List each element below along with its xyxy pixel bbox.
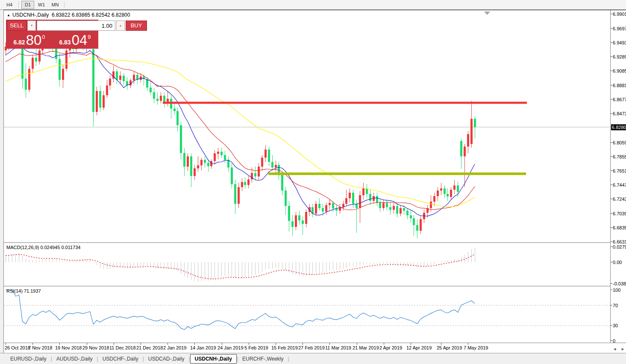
buy-price-pip-digit: 9 bbox=[88, 34, 91, 40]
scroll-right-icon[interactable]: ► bbox=[621, 347, 625, 351]
chart-ohlc-values: 6.83822 6.83865 6.82542 6.82800 bbox=[52, 12, 130, 18]
date-tick bbox=[6, 343, 6, 345]
axis-tick bbox=[611, 99, 612, 100]
axis-tick bbox=[611, 213, 612, 214]
price-axis-label: 6.84730 bbox=[613, 111, 626, 116]
date-tick bbox=[194, 343, 195, 345]
date-tick bbox=[32, 343, 33, 345]
axis-tick bbox=[611, 290, 612, 290]
current-price-tag: 6.82800 bbox=[611, 124, 626, 130]
date-tick bbox=[249, 343, 249, 345]
buy-price-big-digits: 04 bbox=[72, 33, 88, 47]
date-label: 5 Feb 2019 bbox=[244, 345, 268, 350]
date-tick bbox=[141, 343, 141, 345]
price-axis-label: 6.99010 bbox=[613, 12, 626, 17]
price-axis-label: 6.90850 bbox=[613, 68, 626, 73]
axis-tick bbox=[611, 70, 612, 71]
axis-tick bbox=[611, 28, 612, 29]
macd-axis-label: 0.027984 bbox=[613, 244, 626, 250]
timeframe-toolbar: H4D1W1MN bbox=[0, 0, 626, 10]
time-axis[interactable]: ◄ ► 26 Oct 20187 Nov 201819 Nov 201829 N… bbox=[4, 343, 626, 353]
macd-label: MACD(12,26,9) 0.024945 0.011734 bbox=[6, 245, 80, 250]
buy-button[interactable]: BUY bbox=[126, 21, 147, 31]
rsi-chart-svg[interactable] bbox=[4, 288, 610, 343]
buy-price-prefix: 6.83 bbox=[59, 39, 71, 46]
date-label: 7 Nov 2018 bbox=[28, 345, 52, 350]
date-tick bbox=[411, 343, 411, 345]
date-label: 14 Jan 2019 bbox=[190, 345, 216, 350]
macd-indicator-pane[interactable]: MACD(12,26,9) 0.024945 0.011734 bbox=[4, 244, 610, 286]
date-tick bbox=[276, 343, 276, 345]
date-tick bbox=[87, 343, 87, 345]
date-label: 21 Dec 2018 bbox=[136, 345, 163, 350]
chart-tab-usdcad-daily[interactable]: USDCAD-,Daily bbox=[144, 355, 189, 363]
scroll-left-icon[interactable]: ◄ bbox=[613, 347, 617, 351]
price-axis[interactable]: 6.990106.969706.949306.928906.908506.888… bbox=[610, 10, 626, 343]
price-axis-label: 6.70390 bbox=[613, 211, 626, 216]
collapse-icon[interactable]: ▲ bbox=[7, 13, 10, 17]
date-label: 24 Jan 2019 bbox=[217, 345, 244, 350]
buy-quote-button[interactable]: 6.83 04 9 bbox=[53, 32, 97, 48]
toolbar-separator bbox=[64, 1, 65, 8]
date-label: 25 Apr 2019 bbox=[437, 345, 462, 350]
main-chart-pane[interactable]: ▲USDCNH-,Daily 6.83822 6.83865 6.82542 6… bbox=[4, 10, 610, 242]
sell-quote-button[interactable]: 6.82 80 0 bbox=[7, 32, 52, 48]
price-axis-label: 6.80590 bbox=[613, 140, 626, 145]
macd-axis-label: 0.00 bbox=[613, 260, 622, 265]
axis-tick bbox=[611, 262, 612, 262]
date-label: 11 Dec 2018 bbox=[109, 345, 136, 350]
date-tick bbox=[303, 343, 303, 345]
price-axis-label: 6.66310 bbox=[613, 239, 626, 244]
timeframe-button-mn[interactable]: MN bbox=[49, 1, 62, 9]
date-label: 2 Apr 2019 bbox=[379, 345, 402, 350]
timeframe-button-d1[interactable]: D1 bbox=[21, 1, 34, 9]
macd-chart-svg[interactable] bbox=[4, 244, 610, 286]
axis-tick bbox=[611, 185, 612, 185]
sell-price-pip-digit: 0 bbox=[42, 34, 45, 40]
price-axis-label: 6.92890 bbox=[613, 54, 626, 59]
volume-increase-button[interactable]: ▲ bbox=[116, 21, 125, 31]
date-label: 26 Oct 2018 bbox=[5, 345, 30, 350]
price-axis-label: 6.78550 bbox=[613, 154, 626, 159]
price-axis-label: 6.96970 bbox=[613, 26, 626, 31]
date-tick bbox=[59, 343, 60, 345]
date-tick bbox=[468, 343, 468, 345]
axis-tick bbox=[611, 170, 612, 171]
chart-tab-audusd-daily[interactable]: AUDUSD-,Daily bbox=[52, 355, 97, 363]
toolbar-separator bbox=[18, 1, 19, 8]
chart-tab-usdcnh-daily[interactable]: USDCNH-,Daily bbox=[190, 354, 237, 364]
axis-tick bbox=[611, 247, 612, 247]
chart-tab-eurchf-weekly[interactable]: EURCHF-,Weekly bbox=[238, 355, 288, 363]
date-label: 12 Apr 2019 bbox=[406, 345, 432, 350]
axis-tick bbox=[611, 42, 612, 43]
axis-tick bbox=[611, 199, 612, 199]
volume-decrease-button[interactable]: ▼ bbox=[27, 21, 36, 31]
rsi-axis-label: 30 bbox=[613, 323, 618, 328]
date-label: 29 Nov 2018 bbox=[82, 345, 109, 350]
date-label: 7 May 2019 bbox=[464, 345, 488, 350]
chart-shift-marker-icon[interactable] bbox=[484, 12, 490, 15]
chart-tab-usdchf-daily[interactable]: USDCHF-,Daily bbox=[98, 355, 143, 363]
rsi-axis-label: 100 bbox=[613, 288, 620, 293]
date-label: 19 Nov 2018 bbox=[55, 345, 82, 350]
axis-tick bbox=[611, 325, 612, 326]
date-label: 2 Jan 2019 bbox=[163, 345, 186, 350]
chart-tab-eurusd-daily[interactable]: EURUSD-,Daily bbox=[6, 355, 51, 363]
timeframe-button-h4[interactable]: H4 bbox=[3, 1, 16, 9]
rsi-indicator-pane[interactable]: RSI(14) 71.1937 bbox=[4, 288, 610, 343]
date-tick bbox=[168, 343, 168, 345]
chart-symbol-period: USDCNH-,Daily bbox=[12, 12, 49, 18]
axis-tick bbox=[611, 113, 612, 114]
date-tick bbox=[441, 343, 441, 345]
chart-tab-bar: EURUSD-,Daily|AUDUSD-,Daily|USDCHF-,Dail… bbox=[0, 353, 626, 364]
price-axis-label: 6.72430 bbox=[613, 197, 626, 202]
timeframe-button-w1[interactable]: W1 bbox=[35, 1, 48, 9]
price-axis-label: 6.88810 bbox=[613, 83, 626, 88]
price-axis-label: 6.74470 bbox=[613, 182, 626, 188]
axis-tick bbox=[611, 283, 612, 284]
date-tick bbox=[114, 343, 114, 345]
volume-input[interactable] bbox=[37, 21, 115, 31]
sell-price-prefix: 6.82 bbox=[13, 39, 25, 46]
tab-separator: | bbox=[288, 356, 289, 362]
sell-button[interactable]: SELL bbox=[7, 21, 26, 31]
